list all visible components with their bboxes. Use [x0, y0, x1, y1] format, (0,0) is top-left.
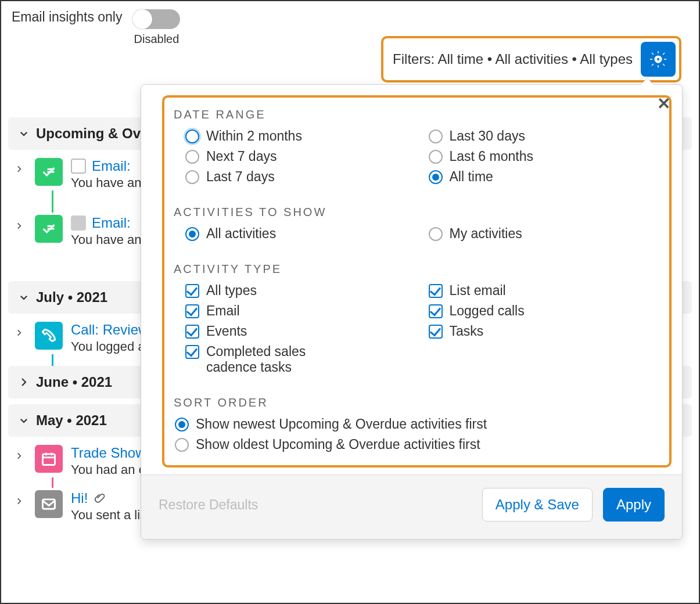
chevron-right-icon — [19, 376, 29, 389]
chevron-right-icon — [15, 326, 23, 339]
restore-defaults-button[interactable]: Restore Defaults — [159, 497, 258, 513]
date-range-option[interactable]: Last 7 days — [185, 169, 417, 185]
email-insights-toggle[interactable] — [132, 9, 180, 29]
activity-type-option[interactable]: Tasks — [429, 323, 660, 339]
chevron-right-icon — [15, 495, 23, 508]
expand-activity[interactable] — [15, 445, 27, 465]
date-range-heading: Date Range — [174, 108, 660, 121]
task-icon — [35, 158, 63, 186]
activity-title-link[interactable]: Trade Show — [71, 445, 146, 461]
gear-icon — [648, 49, 668, 69]
sort-order-heading: Sort Order — [174, 396, 660, 409]
chevron-down-icon — [19, 127, 29, 140]
activity-title-link[interactable]: Call: Review — [71, 322, 148, 338]
task-checkbox[interactable] — [71, 159, 86, 174]
task-icon — [35, 215, 63, 243]
svg-rect-10 — [43, 499, 55, 509]
attachment-icon — [94, 491, 105, 506]
date-range-option[interactable]: Next 7 days — [185, 149, 417, 164]
filter-summary: Filters: All time • All activities • All… — [393, 51, 633, 67]
email-insights-label: Email insights only — [12, 9, 122, 25]
activity-type-option[interactable]: Completed sales cadence tasks — [185, 344, 417, 375]
apply-and-save-button[interactable]: Apply & Save — [482, 488, 593, 522]
svg-rect-6 — [43, 454, 55, 465]
activity-type-option[interactable]: Email — [185, 303, 417, 319]
close-popover-button[interactable]: ✕ — [657, 94, 670, 113]
expand-activity[interactable] — [15, 215, 27, 235]
filter-settings-button[interactable] — [641, 42, 676, 77]
activity-type-heading: Activity Type — [174, 263, 660, 276]
chevron-right-icon — [15, 450, 23, 462]
expand-activity[interactable] — [15, 490, 27, 510]
date-range-option[interactable]: Within 2 months — [185, 128, 417, 144]
expand-activity[interactable] — [15, 322, 27, 341]
event-icon — [35, 445, 63, 473]
chevron-down-icon — [19, 414, 29, 427]
sort-order-option[interactable]: Show newest Upcoming & Overdue activitie… — [175, 416, 660, 432]
activities-heading: Activities to Show — [174, 206, 660, 219]
filter-bar: Filters: All time • All activities • All… — [381, 36, 681, 82]
sort-order-option[interactable]: Show oldest Upcoming & Overdue activitie… — [175, 437, 660, 452]
activities-option[interactable]: All activities — [185, 226, 417, 242]
activity-type-option[interactable]: Logged calls — [429, 303, 660, 319]
call-icon — [35, 322, 63, 350]
date-range-option[interactable]: Last 30 days — [429, 128, 660, 144]
date-range-option[interactable]: Last 6 months — [429, 149, 660, 164]
chevron-down-icon — [19, 291, 29, 304]
activity-title-link[interactable]: Email: — [92, 215, 131, 231]
expand-activity[interactable] — [15, 158, 27, 178]
activity-type-option[interactable]: All types — [185, 283, 417, 299]
chevron-right-icon — [15, 220, 23, 232]
svg-point-1 — [656, 57, 660, 61]
filter-popover: ✕ Date Range Within 2 months Last 30 day… — [141, 84, 683, 540]
task-checkbox[interactable] — [71, 215, 86, 231]
email-insights-state: Disabled — [134, 33, 180, 46]
activity-type-option[interactable]: Events — [185, 323, 417, 339]
chevron-right-icon — [15, 163, 23, 175]
list-email-icon — [35, 490, 63, 518]
apply-button[interactable]: Apply — [603, 488, 665, 522]
activity-title-link[interactable]: Hi! — [71, 490, 88, 506]
date-range-option[interactable]: All time — [429, 169, 660, 185]
activity-type-option[interactable]: List email — [429, 283, 660, 299]
activity-title-link[interactable]: Email: — [92, 158, 131, 174]
activities-option[interactable]: My activities — [429, 226, 660, 242]
